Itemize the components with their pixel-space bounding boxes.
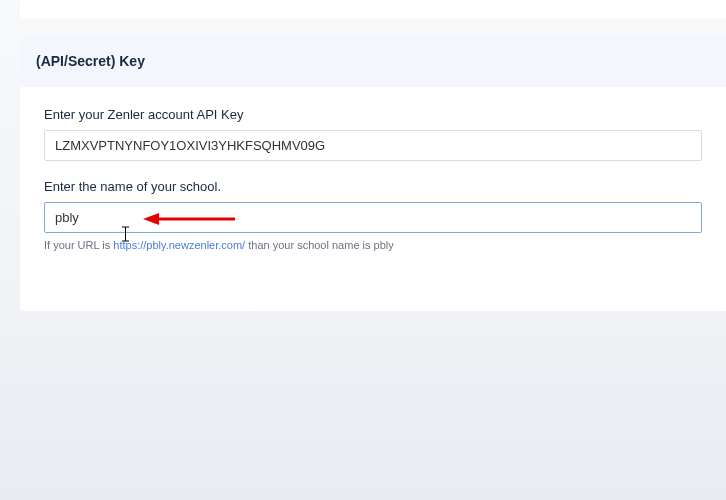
api-key-field-group: Enter your Zenler account API Key: [44, 107, 702, 161]
api-secret-key-card: (API/Secret) Key Enter your Zenler accou…: [20, 35, 726, 311]
helper-suffix: than your school name is pbly: [245, 239, 394, 251]
school-name-helper: If your URL is https://pbly.newzenler.co…: [44, 238, 702, 253]
helper-link[interactable]: https://pbly.newzenler.com/: [113, 239, 245, 251]
helper-prefix: If your URL is: [44, 239, 113, 251]
school-name-input[interactable]: [44, 202, 702, 233]
school-name-label: Enter the name of your school.: [44, 179, 702, 194]
section-title: (API/Secret) Key: [36, 53, 710, 69]
previous-card-edge: [20, 0, 726, 18]
card-header: (API/Secret) Key: [20, 35, 726, 87]
api-key-label: Enter your Zenler account API Key: [44, 107, 702, 122]
card-body: Enter your Zenler account API Key Enter …: [20, 87, 726, 311]
api-key-input[interactable]: [44, 130, 702, 161]
school-name-field-group: Enter the name of your school. If your U…: [44, 179, 702, 253]
